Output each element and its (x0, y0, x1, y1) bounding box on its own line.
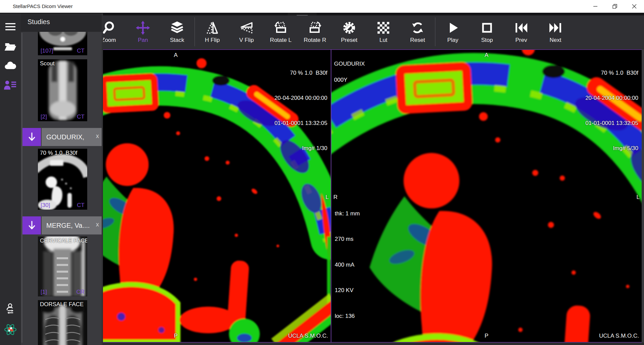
toolbar-prev-button[interactable]: Prev (504, 15, 538, 48)
series-image-count: [30] (41, 202, 50, 209)
cloud-button[interactable] (3, 59, 18, 74)
studies-list: [107] CT Scout [2] CT (21, 32, 102, 345)
open-study-button[interactable] (3, 40, 18, 54)
series-description: 70 % 1.0 B30f (585, 69, 638, 77)
minimize-button[interactable] (586, 0, 605, 13)
toolbar-vflip-button[interactable]: V Flip (229, 15, 264, 48)
study-header-merge[interactable]: MERGE, Va.... x (22, 216, 102, 234)
tube-current: 400 mA (335, 261, 360, 269)
series-thumbnail[interactable]: DORSALE FACE (38, 300, 87, 345)
study-header-goudurix[interactable]: GOUDURIX, x (22, 128, 102, 146)
study-date: 20-04-2004 00:00:00 (585, 94, 638, 102)
toolbar-rotate-left-button[interactable]: Rotate L (264, 15, 298, 48)
study-title-bar[interactable]: GOUDURIX, x (42, 128, 102, 146)
minimize-icon (592, 3, 599, 10)
toolbar-label: Pan (138, 37, 148, 44)
cloud-icon (4, 60, 17, 73)
toolbar-pan-button[interactable]: Pan (126, 15, 160, 48)
zoom-icon (101, 20, 116, 36)
toolbar-next-button[interactable]: Next (538, 15, 573, 48)
xray-neck-thumb-image (38, 236, 87, 296)
toolbar-label: Rotate R (304, 37, 326, 44)
series-thumbnail[interactable]: 70 % 1.0 B30f [30] CT (38, 149, 87, 210)
previous-icon (514, 20, 529, 36)
study-title-bar[interactable]: MERGE, Va.... x (42, 216, 102, 234)
series-description: 70 % 1.0 B30f (40, 150, 77, 156)
toolbar-stop-button[interactable]: Stop (470, 15, 504, 48)
institution-label: UCLA S.M.O.C. (599, 333, 639, 339)
toolbar-reset-button[interactable]: Reset (400, 15, 435, 48)
toolbar-label: Stack (170, 37, 184, 44)
toolbar-label: H Flip (205, 37, 220, 44)
restore-button[interactable] (605, 0, 625, 13)
slice-thickness: thk: 1 mm (335, 209, 360, 218)
toolbar-label: Stop (481, 37, 493, 44)
studies-panel-header: Studies (21, 13, 102, 32)
collapse-study-button[interactable] (22, 216, 41, 234)
atom-logo-icon (3, 322, 18, 337)
toolbar-label: Preset (341, 37, 357, 44)
series-thumbnail[interactable]: CERVICALE FACE [1] CR (38, 236, 87, 296)
viewport-2[interactable]: GOUDURIX 000Y A 70 % 1.0 B30f 20-04-2004… (331, 49, 642, 343)
toolbar-label: Rotate L (270, 37, 291, 44)
patients-button[interactable] (3, 78, 18, 93)
toolbar-label: Next (550, 37, 561, 44)
collapse-study-button[interactable] (22, 128, 41, 146)
arrow-down-icon (27, 132, 37, 142)
slice-location: loc: 136 (335, 312, 360, 321)
menu-button[interactable] (3, 19, 18, 34)
close-icon (631, 3, 638, 10)
series-description: CERVICALE FACE (40, 237, 87, 244)
app-logo[interactable] (3, 322, 18, 337)
orientation-marker-left: L (637, 194, 640, 201)
series-description: Scout (40, 60, 54, 67)
toolbar-preset-button[interactable]: Preset (332, 15, 366, 48)
hamburger-icon (5, 22, 16, 31)
image-number: Img# 5/30 (585, 144, 638, 152)
next-icon (548, 20, 563, 36)
toolbar-stack-button[interactable]: Stack (160, 15, 194, 48)
series-thumbnail[interactable]: Scout [2] CT (38, 59, 87, 121)
studies-panel: [107] CT Scout [2] CT (21, 13, 103, 345)
acquisition-time: 01-01-0001 13:32:05 (585, 119, 638, 127)
toolbar-label: Prev (516, 37, 527, 44)
toolbar-rotate-right-button[interactable]: Rotate R (298, 15, 332, 48)
series-thumbnail[interactable]: [107] CT (38, 32, 87, 55)
lut-checkerboard-icon (376, 20, 391, 36)
window-edge-strip (642, 49, 644, 343)
open-folder-icon (4, 40, 17, 54)
toolbar-label: Zoom (101, 37, 116, 44)
series-modality: CT (77, 114, 85, 120)
studies-panel-title: Studies (28, 18, 50, 26)
toolbar-lut-button[interactable]: Lut (366, 15, 400, 48)
institution-label: UCLA S.M.O.C. (288, 333, 328, 339)
exposure-time: 270 ms (335, 235, 360, 244)
v-flip-icon (239, 20, 254, 36)
reset-refresh-icon (410, 20, 425, 36)
toolbar-label: V Flip (239, 37, 254, 44)
left-rail (0, 13, 21, 345)
series-modality: CR (76, 289, 85, 295)
window-title: StellarPACS Dicom Viewer (13, 3, 73, 9)
studies-scrollbar[interactable] (21, 33, 22, 343)
window-titlebar[interactable]: StellarPACS Dicom Viewer (0, 0, 644, 13)
play-icon (445, 20, 461, 36)
scout-thumb-image (38, 59, 87, 121)
technique-overlay: thk: 1 mm 270 ms 400 mA 120 KV loc: 136 (335, 192, 360, 338)
close-button[interactable] (625, 0, 644, 13)
close-study-button[interactable]: x (96, 133, 99, 140)
pan-icon (135, 20, 151, 36)
toolbar-play-button[interactable]: Play (436, 15, 470, 48)
stop-icon (479, 20, 495, 36)
user-switch-button[interactable] (3, 301, 18, 316)
toolbar-label: Reset (410, 37, 425, 44)
close-study-button[interactable]: x (96, 221, 99, 228)
image-info-overlay: 70 % 1.0 B30f 20-04-2004 00:00:00 01-01-… (585, 52, 638, 169)
patient-list-icon (3, 79, 17, 92)
series-description: 70 % 1.0 B30f (274, 69, 327, 77)
series-modality: CT (77, 202, 85, 209)
toolbar-hflip-button[interactable]: H Flip (195, 15, 229, 48)
series-description: DORSALE FACE (40, 301, 84, 308)
patient-name-overlay: GOUDURIX (334, 61, 365, 67)
study-date: 20-04-2004 00:00:00 (274, 94, 327, 102)
